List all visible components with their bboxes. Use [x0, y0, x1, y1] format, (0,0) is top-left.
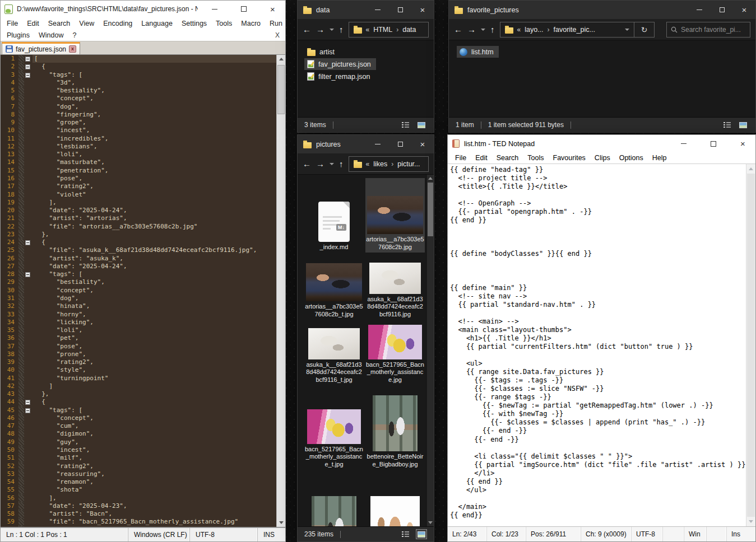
menu-item[interactable]: Language — [137, 18, 177, 29]
menu-item[interactable]: Plugins — [2, 30, 34, 40]
code-line[interactable]: 29 "bestiality", — [1, 278, 276, 286]
scroll-down-icon[interactable] — [428, 521, 433, 524]
menu-item[interactable]: Favourites — [549, 153, 590, 163]
scroll-down-icon[interactable] — [749, 520, 753, 523]
menu-item[interactable]: Window — [34, 30, 68, 40]
chevron-double-left-icon[interactable]: « — [366, 160, 370, 168]
code-line[interactable]: 27 "date": "2025-04-24", — [1, 263, 276, 270]
menu-item[interactable]: Encoding — [99, 18, 137, 29]
menu-close-icon[interactable]: X — [275, 31, 280, 39]
details-view-icon[interactable] — [400, 120, 411, 130]
code-line[interactable]: 34 "licking", — [1, 319, 276, 326]
code-line[interactable]: 10 "incest", — [1, 127, 276, 134]
menu-item[interactable]: Help — [648, 153, 671, 163]
vertical-scrollbar[interactable] — [746, 164, 755, 526]
code-line[interactable]: 13 "loli", — [1, 151, 276, 158]
file-item[interactable]: list.htm — [457, 46, 499, 58]
tab-fav-pictures-json[interactable]: fav_pictures.json x — [2, 42, 80, 54]
back-icon[interactable]: ← — [454, 25, 462, 34]
thumbnail-item[interactable] — [304, 470, 364, 526]
code-line[interactable]: 59 "file": "bacn_5217965_Bacn_motherly_a… — [1, 518, 276, 526]
code-line[interactable]: 22 "file": "artorias__a7bc303e57608c2b.j… — [1, 223, 276, 231]
thumbnail-item[interactable]: bettenoire_BetteNoire_Bigbadboy.jpg — [365, 385, 425, 470]
code-line[interactable]: 37 "pose", — [1, 343, 276, 351]
code-line[interactable]: 55 "shota" — [1, 486, 276, 494]
menu-item[interactable]: Tools — [523, 153, 548, 163]
up-icon[interactable]: ↑ — [339, 160, 344, 168]
code-line[interactable]: 30 "concept", — [1, 287, 276, 295]
thumbnail-view-icon[interactable] — [416, 529, 427, 539]
code-line[interactable]: 36 "pet", — [1, 334, 276, 342]
minimize-button[interactable] — [671, 136, 696, 152]
code-line[interactable]: 41 "turningpoint" — [1, 375, 276, 382]
code-line[interactable]: 40 "style", — [1, 366, 276, 374]
menu-item[interactable]: Clips — [590, 153, 615, 163]
menu-item[interactable]: Options — [615, 153, 648, 163]
code-line[interactable]: 24 { — [1, 239, 276, 246]
breadcrumb-item[interactable]: pictur... — [397, 160, 420, 168]
maximize-button[interactable] — [701, 136, 726, 152]
code-line[interactable]: 60 }, — [1, 526, 276, 527]
code-line[interactable]: 8 "fingering", — [1, 111, 276, 119]
vertical-scrollbar[interactable] — [427, 175, 434, 526]
code-line[interactable]: 52 "rating2", — [1, 462, 276, 470]
code-line[interactable]: 49 "guy", — [1, 438, 276, 446]
code-line[interactable]: 23 }, — [1, 231, 276, 239]
thumbnail-item[interactable]: asuka_k__68af21d38d48dd7424eceafc2bcf911… — [304, 320, 364, 385]
scroll-up-icon[interactable] — [428, 177, 433, 180]
code-line[interactable]: 12 "lesbians", — [1, 143, 276, 151]
code-line[interactable]: 47 "cum", — [1, 422, 276, 430]
minimize-button[interactable] — [202, 1, 227, 17]
code-line[interactable]: 28 "tags": [ — [1, 270, 276, 278]
code-line[interactable]: 11 "incredibles", — [1, 135, 276, 143]
code-line[interactable]: 6 "concept", — [1, 95, 276, 102]
file-item[interactable]: filter_remap.json — [304, 71, 375, 82]
fold-collapse-icon[interactable] — [25, 408, 30, 413]
scroll-up-icon[interactable] — [749, 167, 753, 170]
explorer-title-bar[interactable]: data × — [298, 1, 434, 19]
thumbnail-item[interactable]: bacn_5217965_Bacn_motherly_assistance.jp… — [365, 320, 425, 385]
refresh-icon[interactable]: ↻ — [634, 22, 655, 38]
menu-item[interactable]: View — [75, 18, 99, 29]
menu-item[interactable]: Search — [492, 153, 523, 163]
search-input[interactable] — [681, 26, 746, 34]
code-line[interactable]: 54 "renamon", — [1, 478, 276, 486]
code-line[interactable]: 18 "violet" — [1, 191, 276, 199]
code-line[interactable]: 53 "reassuring", — [1, 470, 276, 478]
back-icon[interactable]: ← — [303, 160, 311, 168]
menu-item[interactable]: Run — [265, 18, 287, 29]
thumbnail-item[interactable]: asuka_k__68af21d38d48dd7424eceafc2bcf911… — [365, 253, 425, 320]
fold-collapse-icon[interactable] — [25, 73, 30, 78]
up-icon[interactable]: ↑ — [339, 25, 344, 34]
code-line[interactable]: 44 { — [1, 398, 276, 406]
forward-icon[interactable]: → — [467, 25, 476, 34]
file-item[interactable]: fav_pictures.json — [304, 58, 376, 70]
notepadpp-title-bar[interactable]: D:\www\favorite_things\SRC\HTML\data\fav… — [1, 1, 285, 17]
code-line[interactable]: 45 "tags": [ — [1, 406, 276, 414]
maximize-button[interactable] — [711, 1, 733, 19]
code-line[interactable]: 9 "grope", — [1, 119, 276, 127]
code-line[interactable]: 38 "prone", — [1, 351, 276, 358]
thumbnail-item[interactable]: M↓_index.md — [304, 178, 364, 253]
code-line[interactable]: 50 "incest", — [1, 446, 276, 454]
code-line[interactable]: 7 "dog", — [1, 103, 276, 111]
code-line[interactable]: 35 "loli", — [1, 326, 276, 334]
tab-close-icon[interactable]: x — [69, 45, 76, 53]
fold-collapse-icon[interactable] — [25, 272, 30, 277]
code-line[interactable]: 42 ] — [1, 382, 276, 390]
breadcrumb-item[interactable]: likes — [373, 160, 387, 168]
code-line[interactable]: 43 }, — [1, 390, 276, 398]
explorer-title-bar[interactable]: pictures × — [298, 135, 434, 153]
forward-icon[interactable]: → — [316, 25, 324, 34]
code-line[interactable]: 58 "artist": "Bacn", — [1, 510, 276, 518]
code-line[interactable]: 57 "date": "2025-04-23", — [1, 502, 276, 510]
code-line[interactable]: 21 "artist": "artorias", — [1, 214, 276, 222]
menu-item[interactable]: Tools — [211, 18, 236, 29]
details-view-icon[interactable] — [721, 120, 732, 130]
address-dropdown-chevron-icon[interactable] — [625, 29, 629, 31]
breadcrumb-item[interactable]: layo... — [525, 26, 543, 34]
code-line[interactable]: 46 "concept", — [1, 414, 276, 422]
editor-vertical-scrollbar[interactable] — [276, 55, 285, 527]
breadcrumb-item[interactable]: HTML — [373, 26, 392, 34]
code-line[interactable]: 15 "penetration", — [1, 167, 276, 175]
